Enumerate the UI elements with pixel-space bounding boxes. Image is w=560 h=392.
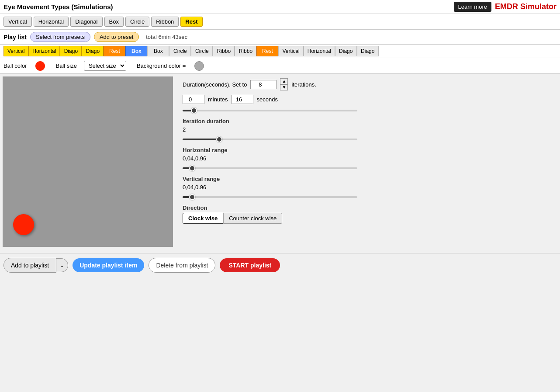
add-preset-button[interactable]: Add to preset [94, 32, 139, 42]
horizontal-range-slider-container [183, 163, 553, 170]
direction-label: Direction [183, 205, 553, 211]
list-item[interactable]: Diago [335, 46, 357, 56]
duration-slider[interactable] [183, 110, 357, 111]
add-playlist-chevron[interactable]: ⌄ [56, 258, 68, 272]
playlist-items-row: Vertical Horizontal Diago Diago Rest Box… [0, 45, 560, 58]
update-playlist-button[interactable]: Update playlist item [73, 258, 144, 272]
list-item[interactable]: Horizontal [28, 46, 60, 56]
right-panel: Duration(seconds). Set to ▲ ▼ iterations… [176, 74, 560, 250]
iteration-duration-slider[interactable] [183, 139, 357, 140]
vertical-range-slider[interactable] [183, 196, 357, 198]
movement-types-bar: Vertical Horizontal Diagonal Box Circle … [0, 14, 560, 30]
duration-slider-container [183, 106, 553, 113]
ball-color-swatch[interactable] [35, 61, 45, 71]
list-item[interactable]: Diago [60, 46, 82, 56]
total-time: total 6min 43sec [146, 34, 187, 40]
add-playlist-button[interactable]: Add to playlist [3, 258, 56, 273]
bg-color-swatch[interactable] [194, 61, 204, 71]
horizontal-range-label: Horizontal range [183, 147, 553, 153]
playlist-label: Play list [3, 34, 27, 41]
list-item[interactable]: Ribbo [235, 46, 256, 56]
top-bar-right: Learn more EMDR Simulator [454, 2, 557, 12]
list-item[interactable]: Ribbo [213, 46, 235, 56]
seconds-label: seconds [257, 96, 278, 103]
clockwise-button[interactable]: Clock wise [183, 213, 223, 224]
movement-btn-box[interactable]: Box [104, 17, 124, 27]
learn-more-button[interactable]: Learn more [454, 2, 491, 12]
direction-buttons: Clock wise Counter clock wise [183, 213, 553, 224]
horizontal-range-value: 0,04,0.96 [183, 155, 553, 162]
movement-btn-vertical[interactable]: Vertical [3, 17, 32, 27]
controls-bar: Ball color Ball size Select size Small M… [0, 58, 560, 74]
iter-down-button[interactable]: ▼ [280, 84, 288, 90]
iteration-duration-label: Iteration duration [183, 118, 553, 125]
list-item-rest[interactable]: Rest [104, 46, 125, 56]
list-item[interactable]: Circle [191, 46, 213, 56]
duration-label: Duration(seconds). Set to [183, 81, 247, 88]
list-item[interactable]: Vertical [3, 46, 28, 56]
iter-up-button[interactable]: ▲ [280, 78, 288, 84]
top-bar: Eye Movement Types (Simulations) Learn m… [0, 0, 560, 14]
minutes-input[interactable] [183, 95, 204, 104]
movement-btn-ribbon[interactable]: Ribbon [151, 17, 179, 27]
simulation-canvas [3, 76, 173, 247]
movement-btn-horizontal[interactable]: Horizontal [34, 17, 69, 27]
list-item-box-selected[interactable]: Box [125, 46, 147, 56]
iter-controls: ▲ ▼ [280, 78, 288, 90]
delete-playlist-button[interactable]: Delete from playlist [149, 258, 215, 273]
page-title: Eye Movement Types (Simulations) [3, 3, 113, 10]
time-row: minutes seconds [183, 95, 553, 104]
vertical-range-label: Vertical range [183, 176, 553, 182]
iterations-input[interactable] [250, 80, 277, 89]
counterclockwise-button[interactable]: Counter clock wise [223, 213, 282, 224]
list-item[interactable]: Diago [357, 46, 379, 56]
duration-row: Duration(seconds). Set to ▲ ▼ iterations… [183, 78, 553, 90]
vertical-range-value: 0,04,0.96 [183, 184, 553, 191]
seconds-input[interactable] [232, 95, 253, 104]
horizontal-range-min-slider[interactable] [183, 167, 357, 169]
start-playlist-button[interactable]: START playlist [220, 258, 280, 272]
direction-section: Direction Clock wise Counter clock wise [183, 205, 553, 224]
ball-size-select[interactable]: Select size Small Medium Large [84, 61, 126, 71]
list-item[interactable]: Diago [82, 46, 104, 56]
playlist-bar: Play list Select from presets Add to pre… [0, 30, 560, 45]
bottom-bar: Add to playlist ⌄ Update playlist item D… [0, 253, 560, 277]
iteration-slider-container [183, 135, 553, 142]
emdr-logo: EMDR Simulator [495, 2, 557, 11]
list-item[interactable]: Horizontal [304, 46, 335, 56]
bg-color-label: Background color = [137, 62, 186, 69]
movement-btn-rest[interactable]: Rest [180, 17, 202, 27]
list-item[interactable]: Box [147, 46, 169, 56]
main-content: Duration(seconds). Set to ▲ ▼ iterations… [0, 74, 560, 250]
iterations-label: iterations. [291, 81, 316, 88]
vertical-range-slider-container [183, 192, 553, 199]
select-presets-button[interactable]: Select from presets [30, 32, 90, 42]
ball [13, 214, 34, 235]
list-item[interactable]: Vertical [278, 46, 303, 56]
list-item-rest2[interactable]: Rest [256, 46, 278, 56]
iteration-duration-value: 2 [183, 126, 553, 133]
ball-color-label: Ball color [3, 62, 27, 69]
movement-btn-circle[interactable]: Circle [125, 17, 149, 27]
minutes-label: minutes [208, 96, 228, 103]
ball-size-label: Ball size [55, 62, 76, 69]
add-playlist-group: Add to playlist ⌄ [3, 258, 68, 273]
movement-btn-diagonal[interactable]: Diagonal [70, 17, 102, 27]
list-item[interactable]: Circle [169, 46, 191, 56]
